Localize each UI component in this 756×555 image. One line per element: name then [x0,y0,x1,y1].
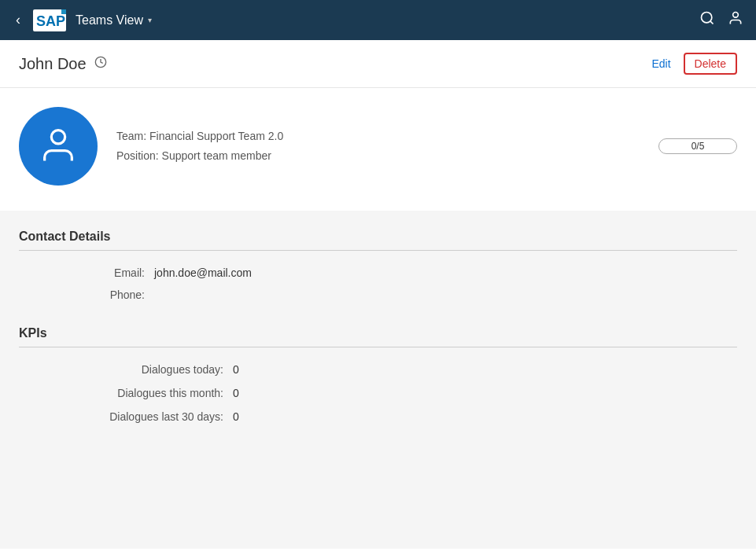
delete-button[interactable]: Delete [684,53,737,75]
kpi-row: Dialogues last 30 days: 0 [19,410,737,423]
kpi-row: Dialogues today: 0 [19,363,737,376]
app-title-text: Teams View [76,13,143,28]
phone-row: Phone: [19,289,737,301]
email-label: Email: [82,266,145,279]
profile-info: Team: Financial Support Team 2.0 Positio… [116,127,640,166]
kpis-section: KPIs Dialogues today: 0 Dialogues this m… [19,326,737,423]
svg-point-5 [733,13,739,18]
svg-line-4 [710,21,714,24]
kpi-label: Dialogues today: [82,363,223,376]
progress-area: 0/5 [658,138,737,154]
email-value: john.doe@mail.com [154,266,252,279]
kpis-title: KPIs [19,326,737,347]
app-header: ‹ SAP Teams View ▾ [0,0,756,40]
svg-point-7 [51,130,65,143]
back-button[interactable]: ‹ [13,9,24,31]
progress-bar: 0/5 [658,138,737,154]
progress-label: 0/5 [691,141,705,152]
kpi-value: 0 [233,363,239,376]
svg-text:SAP: SAP [36,13,65,29]
svg-point-3 [702,13,712,23]
kpi-label: Dialogues this month: [82,387,223,399]
profile-team: Team: Financial Support Team 2.0 [116,127,640,146]
edit-button[interactable]: Edit [651,57,670,70]
history-icon[interactable] [94,56,107,72]
sap-logo: SAP [33,9,66,31]
phone-label: Phone: [82,289,145,301]
profile-position: Position: Support team member [116,146,640,166]
kpi-value: 0 [233,410,239,423]
page-title: John Doe [19,55,87,73]
avatar-icon [38,125,79,168]
email-row: Email: john.doe@mail.com [19,266,737,279]
user-profile-icon[interactable] [728,10,743,30]
app-title: Teams View ▾ [76,13,152,28]
avatar [19,107,98,186]
app-title-dropdown-arrow[interactable]: ▾ [148,16,152,24]
kpi-label: Dialogues last 30 days: [82,410,223,423]
page-header: John Doe Edit Delete [0,40,756,88]
svg-marker-2 [61,9,66,14]
kpi-value: 0 [233,387,239,399]
content-area: Contact Details Email: john.doe@mail.com… [0,211,756,549]
contact-details-section: Contact Details Email: john.doe@mail.com… [19,230,737,301]
contact-details-title: Contact Details [19,230,737,251]
profile-section: Team: Financial Support Team 2.0 Positio… [0,88,756,211]
kpi-row: Dialogues this month: 0 [19,387,737,399]
search-icon[interactable] [699,10,715,30]
